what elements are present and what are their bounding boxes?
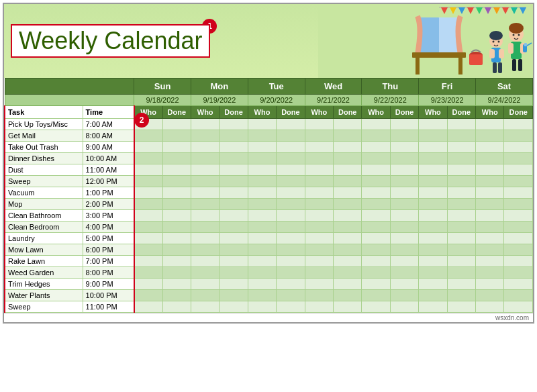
data-cell[interactable] [162, 164, 191, 176]
data-cell[interactable] [334, 279, 362, 290]
data-cell[interactable] [504, 199, 533, 210]
data-cell[interactable] [248, 290, 276, 301]
data-cell[interactable] [134, 153, 162, 164]
data-cell[interactable] [362, 210, 390, 222]
data-cell[interactable] [219, 222, 248, 233]
data-cell[interactable] [447, 153, 475, 164]
data-cell[interactable] [134, 301, 162, 313]
data-cell[interactable] [390, 210, 418, 222]
data-cell[interactable] [134, 279, 162, 290]
data-cell[interactable] [191, 210, 219, 222]
data-cell[interactable] [191, 130, 219, 142]
data-cell[interactable] [305, 130, 333, 142]
data-cell[interactable] [334, 256, 362, 267]
data-cell[interactable] [419, 130, 447, 142]
data-cell[interactable] [305, 290, 333, 301]
data-cell[interactable] [362, 164, 390, 176]
data-cell[interactable] [476, 176, 504, 187]
data-cell[interactable] [447, 210, 475, 222]
data-cell[interactable] [134, 176, 162, 187]
data-cell[interactable] [419, 290, 447, 301]
data-cell[interactable] [305, 210, 333, 222]
data-cell[interactable] [277, 256, 305, 267]
data-cell[interactable] [504, 187, 533, 199]
data-cell[interactable] [390, 142, 418, 153]
data-cell[interactable] [277, 187, 305, 199]
data-cell[interactable] [162, 130, 191, 142]
data-cell[interactable] [447, 256, 475, 267]
data-cell[interactable] [219, 164, 248, 176]
data-cell[interactable] [504, 210, 533, 222]
data-cell[interactable] [362, 301, 390, 313]
data-cell[interactable] [191, 142, 219, 153]
data-cell[interactable] [447, 290, 475, 301]
data-cell[interactable] [476, 290, 504, 301]
data-cell[interactable] [305, 164, 333, 176]
data-cell[interactable] [419, 142, 447, 153]
data-cell[interactable] [476, 233, 504, 244]
data-cell[interactable] [476, 119, 504, 130]
data-cell[interactable] [305, 176, 333, 187]
data-cell[interactable] [134, 142, 162, 153]
data-cell[interactable] [191, 176, 219, 187]
data-cell[interactable] [248, 153, 276, 164]
data-cell[interactable] [162, 176, 191, 187]
data-cell[interactable] [277, 233, 305, 244]
data-cell[interactable] [362, 119, 390, 130]
data-cell[interactable] [219, 256, 248, 267]
data-cell[interactable] [248, 222, 276, 233]
data-cell[interactable] [476, 130, 504, 142]
data-cell[interactable] [277, 176, 305, 187]
data-cell[interactable] [134, 256, 162, 267]
data-cell[interactable] [362, 130, 390, 142]
data-cell[interactable] [162, 256, 191, 267]
data-cell[interactable] [219, 176, 248, 187]
data-cell[interactable] [334, 119, 362, 130]
data-cell[interactable] [419, 222, 447, 233]
data-cell[interactable] [447, 267, 475, 279]
data-cell[interactable] [334, 210, 362, 222]
data-cell[interactable] [305, 267, 333, 279]
data-cell[interactable] [390, 176, 418, 187]
data-cell[interactable] [362, 199, 390, 210]
data-cell[interactable] [219, 267, 248, 279]
data-cell[interactable] [362, 267, 390, 279]
data-cell[interactable] [248, 301, 276, 313]
data-cell[interactable] [390, 164, 418, 176]
data-cell[interactable] [191, 199, 219, 210]
data-cell[interactable] [191, 187, 219, 199]
data-cell[interactable] [219, 301, 248, 313]
data-cell[interactable] [390, 199, 418, 210]
data-cell[interactable] [476, 279, 504, 290]
data-cell[interactable] [476, 210, 504, 222]
data-cell[interactable] [334, 222, 362, 233]
data-cell[interactable] [334, 176, 362, 187]
data-cell[interactable] [248, 233, 276, 244]
data-cell[interactable] [447, 199, 475, 210]
data-cell[interactable] [134, 199, 162, 210]
data-cell[interactable] [419, 267, 447, 279]
data-cell[interactable] [162, 119, 191, 130]
data-cell[interactable] [277, 130, 305, 142]
data-cell[interactable] [134, 222, 162, 233]
data-cell[interactable] [504, 176, 533, 187]
data-cell[interactable] [162, 267, 191, 279]
data-cell[interactable] [191, 222, 219, 233]
data-cell[interactable] [248, 244, 276, 256]
data-cell[interactable] [134, 130, 162, 142]
data-cell[interactable] [447, 301, 475, 313]
data-cell[interactable] [305, 301, 333, 313]
data-cell[interactable] [191, 164, 219, 176]
data-cell[interactable] [334, 267, 362, 279]
data-cell[interactable] [248, 267, 276, 279]
data-cell[interactable] [334, 142, 362, 153]
data-cell[interactable] [277, 301, 305, 313]
data-cell[interactable] [476, 244, 504, 256]
data-cell[interactable] [419, 301, 447, 313]
data-cell[interactable] [191, 153, 219, 164]
data-cell[interactable] [219, 119, 248, 130]
data-cell[interactable] [476, 199, 504, 210]
data-cell[interactable] [248, 142, 276, 153]
data-cell[interactable] [219, 187, 248, 199]
data-cell[interactable] [390, 279, 418, 290]
